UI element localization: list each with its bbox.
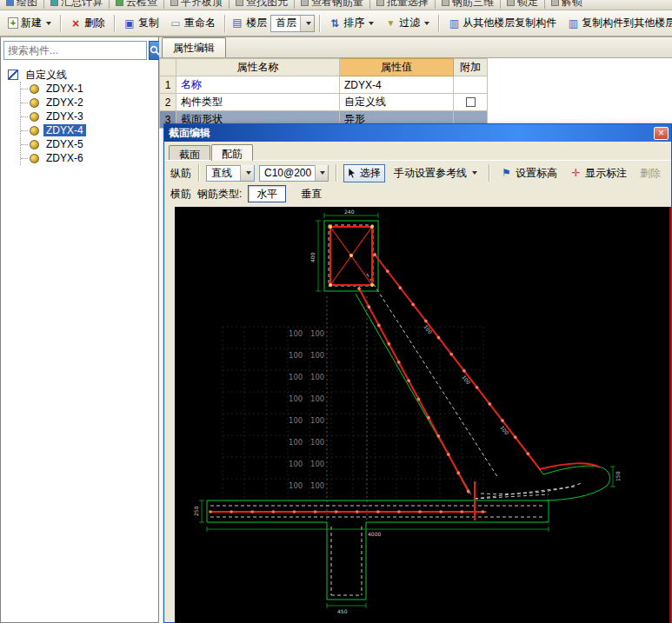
tree-item-zdyx-4[interactable]: ZDYX-4 — [21, 123, 156, 137]
delete-rebar-button: 删除 — [635, 164, 665, 182]
copy-to-label: 复制构件到其他楼层 — [582, 16, 672, 30]
tree-item-zdyx-6[interactable]: ZDYX-6 — [21, 151, 156, 165]
tree-item-label: ZDYX-3 — [43, 110, 86, 123]
menu-item-cloud-check[interactable]: 云检查 — [110, 0, 163, 10]
menu-item-batch-select[interactable]: 批量选择 — [370, 0, 435, 10]
chevron-down-icon — [320, 171, 325, 175]
close-button[interactable]: × — [654, 127, 669, 140]
tree-root-custom-line[interactable]: 自定义线 — [8, 68, 156, 82]
manual-reference-line-button[interactable]: 手动设置参考线 — [389, 164, 482, 182]
property-row-component-type[interactable]: 2 构件类型 自定义线 — [160, 94, 488, 111]
svg-text:100: 100 — [289, 351, 303, 360]
property-value[interactable]: ZDYX-4 — [340, 76, 454, 94]
rebar-spec-combo[interactable]: C10@200 — [259, 165, 329, 182]
clipped-upper-toolbar: 绘图 汇总计算 云检查 平齐板顶 查找图元 查看钢筋量 批量选择 钢筋三维 锁定… — [0, 0, 672, 10]
tree-item-zdyx-5[interactable]: ZDYX-5 — [21, 137, 156, 151]
svg-text:100: 100 — [310, 438, 324, 447]
line-type-combo[interactable]: 直线 — [206, 165, 255, 182]
rename-button[interactable]: ▭ 重命名 — [165, 13, 220, 34]
svg-text:100: 100 — [499, 424, 510, 435]
property-table: 属性名称 属性值 附加 1 名称 ZDYX-4 2 构件类型 自定义线 3 截面… — [159, 58, 488, 129]
show-dimensions-button[interactable]: ✛ 显示标注 — [566, 164, 631, 182]
delete-button[interactable]: × 删除 — [65, 13, 110, 34]
section-canvas[interactable]: 1001001001001001001001001001001001001001… — [175, 207, 671, 623]
building-copy-icon: ▥ — [448, 17, 460, 30]
filter-button[interactable]: ▼ 过滤 — [380, 13, 434, 34]
floor-select[interactable]: 首层 — [270, 15, 315, 32]
delete-label: 删除 — [84, 16, 105, 30]
dimension-lines — [199, 213, 615, 608]
show-dimensions-label: 显示标注 — [585, 166, 627, 181]
menu-item-summary-calc[interactable]: 汇总计算 — [44, 0, 109, 10]
new-icon: + — [8, 17, 18, 29]
tree-item-zdyx-3[interactable]: ZDYX-3 — [21, 109, 156, 123]
property-attach — [454, 94, 488, 111]
chevron-down-icon — [472, 171, 477, 175]
copy-icon: ▣ — [123, 17, 136, 30]
separator — [438, 15, 439, 32]
menu-item-lock[interactable]: 锁定 — [501, 0, 544, 10]
menu-item-unlock[interactable]: 解锁 — [545, 0, 589, 10]
copy-to-other-floor-button[interactable]: ▥ 复制构件到其他楼层 — [562, 13, 672, 34]
menu-item-align-slab-top[interactable]: 平齐板顶 — [164, 0, 229, 10]
menu-label: 绘图 — [17, 0, 37, 10]
svg-text:100: 100 — [289, 438, 303, 447]
transverse-rebar-label[interactable]: 横筋 — [170, 187, 191, 202]
rebar-qty-icon — [301, 0, 309, 6]
tree-item-zdyx-2[interactable]: ZDYX-2 — [21, 96, 156, 109]
unlock-icon — [551, 0, 559, 6]
tree-item-label: ZDYX-5 — [43, 138, 86, 150]
row-index: 2 — [160, 94, 176, 111]
select-button[interactable]: 选择 — [343, 164, 385, 182]
menu-item-find-element[interactable]: 查找图元 — [230, 0, 294, 10]
copy-from-label: 从其他楼层复制构件 — [462, 16, 556, 30]
menu-item-rebar-3d[interactable]: 钢筋三维 — [436, 0, 500, 10]
component-panel: 自定义线 ZDYX-1 ZDYX-2 ZDYX-3 ZDYX-4 ZDYX-5 … — [0, 36, 159, 623]
property-attach — [454, 76, 488, 94]
tree-item-label: ZDYX-2 — [43, 96, 86, 109]
gear-icon — [30, 126, 39, 136]
delete-rebar-label: 删除 — [640, 166, 661, 181]
copy-from-other-floor-button[interactable]: ▥ 从其他楼层复制构件 — [443, 13, 561, 34]
svg-text:100: 100 — [289, 460, 303, 468]
menu-item-view-rebar-qty[interactable]: 查看钢筋量 — [295, 0, 369, 10]
separator — [60, 15, 61, 32]
batch-select-icon — [376, 0, 384, 6]
search-input[interactable] — [3, 41, 147, 60]
menu-label: 解锁 — [562, 0, 582, 10]
tab-section[interactable]: 截面 — [169, 145, 210, 160]
sort-label: 排序 — [343, 16, 364, 30]
draw-icon — [6, 0, 14, 6]
longitudinal-rebar-label[interactable]: 纵筋 — [170, 166, 191, 181]
separator — [198, 164, 199, 182]
horizontal-button[interactable]: 水平 — [248, 185, 286, 202]
column-value-header[interactable]: 属性值 — [340, 59, 454, 76]
rename-icon: ▭ — [170, 17, 182, 30]
tree-item-zdyx-1[interactable]: ZDYX-1 — [21, 82, 156, 96]
new-button[interactable]: + 新建 — [3, 13, 56, 34]
reference-grid — [223, 327, 483, 500]
sort-icon: ⇅ — [329, 17, 341, 30]
copy-button[interactable]: ▣ 复制 — [119, 13, 163, 34]
property-row-name[interactable]: 1 名称 ZDYX-4 — [160, 76, 488, 94]
vertical-button[interactable]: 垂直 — [292, 185, 330, 202]
cloud-check-icon — [116, 0, 123, 6]
tab-rebar[interactable]: 配筋 — [211, 144, 253, 161]
svg-text:240: 240 — [344, 209, 355, 215]
combo-arrow-button[interactable] — [240, 165, 254, 181]
menu-item-draw[interactable]: 绘图 — [0, 0, 43, 10]
combo-arrow-button[interactable] — [315, 165, 328, 181]
rebar-toolbar-row1: 纵筋 直线 C10@200 选择 手动设置参考线 — [164, 161, 671, 183]
property-value[interactable]: 自定义线 — [340, 94, 454, 111]
set-elevation-button[interactable]: ⚑ 设置标高 — [496, 164, 562, 182]
attach-checkbox[interactable] — [466, 97, 476, 107]
tree-item-label: ZDYX-1 — [43, 83, 86, 95]
calc-icon — [50, 0, 58, 6]
combo-arrow-button[interactable] — [300, 16, 314, 31]
rebar-3d-icon — [442, 0, 449, 6]
component-tree: 自定义线 ZDYX-1 ZDYX-2 ZDYX-3 ZDYX-4 ZDYX-5 … — [1, 63, 158, 165]
gear-icon — [30, 140, 39, 149]
tab-property-edit[interactable]: 属性编辑 — [162, 37, 226, 57]
dialog-title-bar[interactable]: 截面编辑 × — [164, 124, 671, 142]
sort-button[interactable]: ⇅ 排序 — [324, 13, 378, 34]
